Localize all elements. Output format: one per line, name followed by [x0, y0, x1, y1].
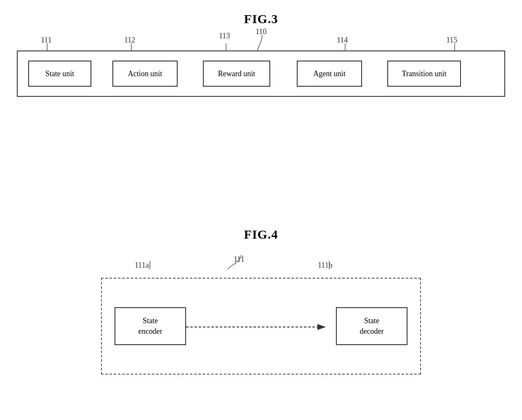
ref-110: 110 [256, 27, 266, 36]
agent-unit-label: Agent unit [313, 69, 346, 78]
fig3-title: FIG.3 [0, 12, 522, 26]
ref-111b: 111b [318, 261, 333, 270]
state-unit-box: State unit [28, 61, 91, 87]
action-unit-box: Action unit [112, 61, 178, 87]
reward-unit-label: Reward unit [218, 69, 255, 78]
transition-unit-label: Transition unit [402, 69, 447, 78]
ref-111: 111 [41, 36, 52, 45]
action-unit-label: Action unit [128, 69, 162, 78]
page: FIG.3 111 112 113 110 114 115 State unit… [0, 0, 522, 420]
agent-unit-box: Agent unit [297, 61, 362, 87]
transition-unit-box: Transition unit [387, 61, 461, 87]
ref-113: 113 [219, 32, 230, 40]
fig3-outer-container: State unit Action unit Reward unit Agent… [17, 51, 505, 97]
fig4-outer-container: Stateencoder Statedecoder [101, 278, 421, 375]
reward-unit-box: Reward unit [203, 61, 270, 87]
ref-111a: 111a [135, 261, 149, 270]
fig4-inner-arrow [102, 279, 420, 374]
state-unit-label: State unit [45, 69, 75, 78]
ref-115: 115 [446, 36, 457, 45]
fig4-title: FIG.4 [0, 227, 522, 242]
ref-111-fig4: 111 [234, 255, 245, 264]
ref-112: 112 [124, 36, 135, 45]
ref-114: 114 [337, 36, 348, 45]
